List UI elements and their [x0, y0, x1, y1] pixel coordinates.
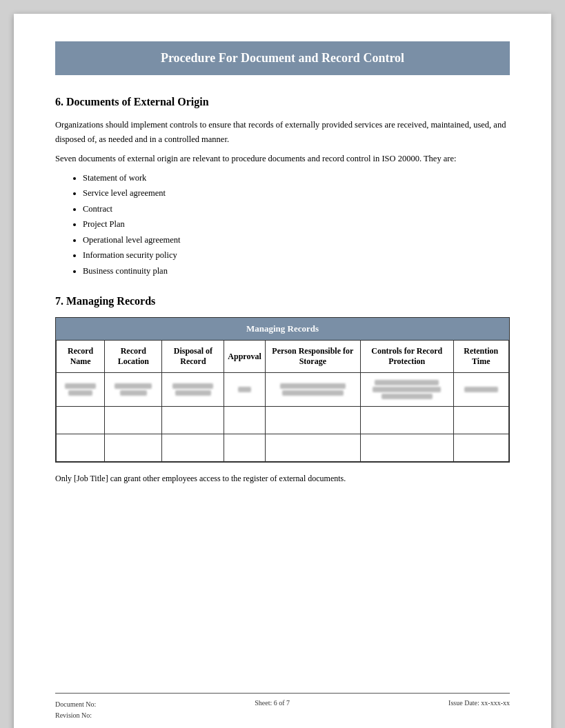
cell-record-name-1 [57, 373, 105, 407]
cell-retention-1 [453, 373, 509, 407]
list-item: Statement of work [83, 170, 510, 186]
cell-approval-3 [224, 434, 265, 462]
list-item: Business continuity plan [83, 263, 510, 279]
title-box: Procedure For Document and Record Contro… [55, 41, 510, 75]
list-item: Service level agreement [83, 185, 510, 201]
cell-approval-1 [224, 373, 265, 407]
list-item: Contract [83, 201, 510, 217]
list-item: Operational level agreement [83, 232, 510, 248]
col-approval: Approval [224, 341, 265, 373]
bullet-list: Statement of work Service level agreemen… [83, 170, 510, 279]
cell-controls-1 [360, 373, 453, 407]
footer-divider [55, 693, 510, 694]
col-disposal: Disposal of Record [162, 341, 224, 373]
cell-person-2 [265, 407, 360, 434]
cell-approval-2 [224, 407, 265, 434]
col-retention-time: Retention Time [453, 341, 509, 373]
cell-controls-3 [360, 434, 453, 462]
cell-retention-3 [453, 434, 509, 462]
table-header-row: Record Name Record Location Disposal of … [57, 341, 509, 373]
table-row [57, 373, 509, 407]
section-6-para2: Seven documents of external origin are r… [55, 152, 510, 166]
cell-disposal-3 [162, 434, 224, 462]
cell-location-2 [105, 407, 162, 434]
col-person-responsible: Person Responsible for Storage [265, 341, 360, 373]
cell-retention-2 [453, 407, 509, 434]
table-title: Managing Records [56, 318, 509, 340]
footer-sheet: Sheet: 6 of 7 [255, 699, 290, 707]
cell-person-1 [265, 373, 360, 407]
section-6-para1: Organizations should implement controls … [55, 118, 510, 148]
footer-issue-date: Issue Date: xx-xxx-xx [448, 699, 510, 707]
col-record-name: Record Name [57, 341, 105, 373]
section-7-heading: 7. Managing Records [55, 295, 510, 307]
cell-controls-2 [360, 407, 453, 434]
section-6: 6. Documents of External Origin Organiza… [55, 96, 510, 279]
cell-record-name-2 [57, 407, 105, 434]
cell-disposal-2 [162, 407, 224, 434]
section-6-heading: 6. Documents of External Origin [55, 96, 510, 108]
section-7: 7. Managing Records Managing Records Rec… [55, 295, 510, 484]
list-item: Information security policy [83, 247, 510, 263]
cell-location-3 [105, 434, 162, 462]
cell-record-name-3 [57, 434, 105, 462]
document-no-label: Document No: [55, 699, 96, 710]
page-title: Procedure For Document and Record Contro… [69, 51, 496, 65]
col-controls-record-protection: Controls for Record Protection [360, 341, 453, 373]
footer-left: Document No: Revision No: [55, 699, 96, 721]
footer-info: Document No: Revision No: Sheet: 6 of 7 … [55, 699, 510, 721]
revision-no-label: Revision No: [55, 710, 96, 721]
list-item: Project Plan [83, 216, 510, 232]
table-row [57, 407, 509, 434]
table-footnote: Only [Job Title] can grant other employe… [55, 474, 510, 484]
table-row [57, 434, 509, 462]
page: Procedure For Document and Record Contro… [14, 14, 551, 728]
records-table: Record Name Record Location Disposal of … [56, 340, 509, 462]
cell-person-3 [265, 434, 360, 462]
cell-location-1 [105, 373, 162, 407]
managing-records-table-wrapper: Managing Records Record Name Record Loca… [55, 317, 510, 463]
col-record-location: Record Location [105, 341, 162, 373]
page-footer: Document No: Revision No: Sheet: 6 of 7 … [55, 693, 510, 721]
cell-disposal-1 [162, 373, 224, 407]
